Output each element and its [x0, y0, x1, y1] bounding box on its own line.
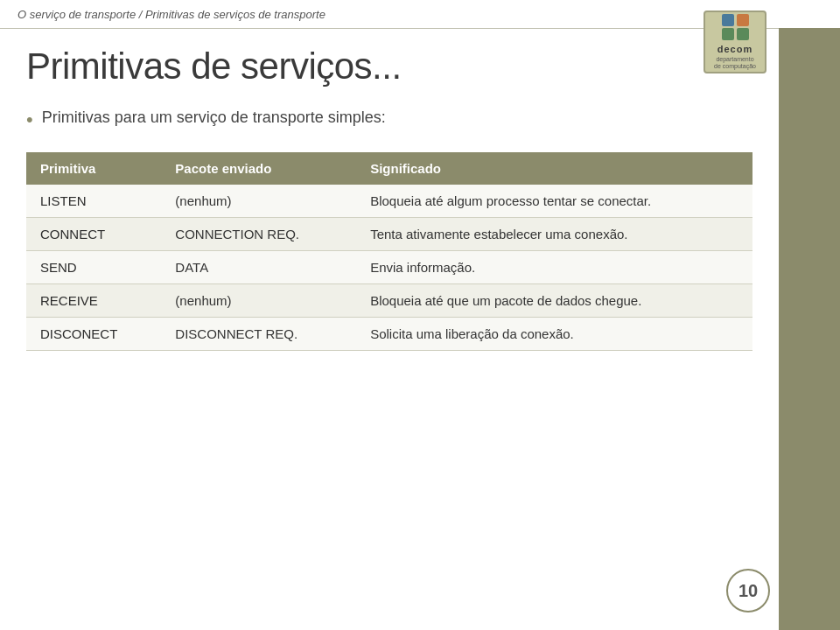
- table-row: CONNECTCONNECTION REQ.Tenta ativamente e…: [26, 218, 752, 251]
- cell-primitiva: LISTEN: [26, 185, 161, 218]
- cell-pacote: CONNECTION REQ.: [161, 218, 356, 251]
- bullet-dot: •: [26, 108, 33, 131]
- cell-primitiva: SEND: [26, 251, 161, 284]
- logo-square-orange: [737, 14, 749, 26]
- right-sidebar: [779, 0, 840, 630]
- logo-square-blue: [722, 14, 734, 26]
- cell-primitiva: RECEIVE: [26, 284, 161, 318]
- cell-pacote: (nenhum): [161, 284, 356, 318]
- col-header-primitiva: Primitiva: [26, 152, 161, 185]
- cell-pacote: DISCONNECT REQ.: [161, 318, 356, 351]
- cell-pacote: (nenhum): [161, 185, 356, 218]
- cell-significado: Tenta ativamente estabelecer uma conexão…: [356, 218, 752, 251]
- primitives-table: Primitiva Pacote enviado Significado LIS…: [26, 152, 752, 351]
- col-header-significado: Significado: [356, 152, 752, 185]
- table-row: LISTEN(nenhum)Bloqueia até algum process…: [26, 185, 752, 218]
- col-header-pacote: Pacote enviado: [161, 152, 356, 185]
- table-body: LISTEN(nenhum)Bloqueia até algum process…: [26, 185, 752, 351]
- table-header-row: Primitiva Pacote enviado Significado: [26, 152, 752, 185]
- bullet-section: • Primitivas para um serviço de transpor…: [26, 108, 752, 131]
- cell-significado: Solicita uma liberação da conexão.: [356, 318, 752, 351]
- logo-top: [722, 14, 749, 26]
- main-content: Primitivas de serviços... • Primitivas p…: [0, 28, 779, 630]
- page-title: Primitivas de serviços...: [26, 46, 752, 88]
- table-header: Primitiva Pacote enviado Significado: [26, 152, 752, 185]
- table-row: SENDDATAEnvia informação.: [26, 251, 752, 284]
- breadcrumb: O serviço de transporte / Primitivas de …: [18, 8, 326, 21]
- cell-pacote: DATA: [161, 251, 356, 284]
- cell-significado: Envia informação.: [356, 251, 752, 284]
- table-row: RECEIVE(nenhum)Bloqueia até que um pacot…: [26, 284, 752, 318]
- cell-significado: Bloqueia até que um pacote de dados cheg…: [356, 284, 752, 318]
- cell-primitiva: CONNECT: [26, 218, 161, 251]
- bullet-text: Primitivas para um serviço de transporte…: [42, 108, 386, 127]
- bullet-item: • Primitivas para um serviço de transpor…: [26, 108, 752, 131]
- cell-primitiva: DISCONECT: [26, 318, 161, 351]
- cell-significado: Bloqueia até algum processo tentar se co…: [356, 185, 752, 218]
- table-row: DISCONECTDISCONNECT REQ.Solicita uma lib…: [26, 318, 752, 351]
